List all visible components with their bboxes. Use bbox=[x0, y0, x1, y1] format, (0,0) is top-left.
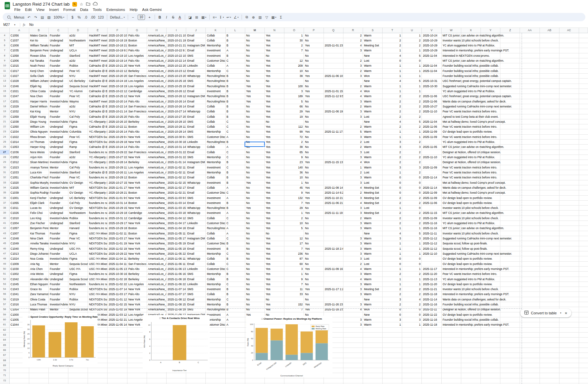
cell[interactable]: C1048 bbox=[9, 236, 29, 241]
cell[interactable] bbox=[579, 251, 588, 256]
cell[interactable]: NEXTGEN Sum bbox=[88, 302, 108, 307]
cell[interactable] bbox=[284, 297, 304, 302]
cell[interactable] bbox=[422, 368, 441, 373]
cell[interactable]: No bbox=[245, 134, 264, 139]
cell[interactable] bbox=[500, 332, 520, 337]
cell[interactable]: America/Los_Ar bbox=[147, 261, 166, 266]
cell[interactable]: 3 bbox=[343, 48, 363, 53]
cell[interactable]: C1054 bbox=[9, 307, 29, 312]
cell[interactable]: 2 bbox=[343, 216, 363, 221]
cell[interactable] bbox=[559, 297, 579, 302]
cell[interactable]: Undergrad bbox=[48, 195, 68, 200]
cell[interactable]: C1039 bbox=[9, 190, 29, 195]
chevron-down-icon[interactable]: ▾ bbox=[223, 16, 224, 18]
cell[interactable] bbox=[441, 338, 461, 343]
cell[interactable] bbox=[422, 114, 441, 119]
cell[interactable]: America/New_Y bbox=[147, 38, 166, 43]
cell[interactable]: Yes bbox=[264, 129, 284, 134]
cell[interactable]: Elijah Ng bbox=[29, 84, 48, 89]
cell[interactable] bbox=[225, 353, 245, 358]
cell[interactable]: America/New_Y bbox=[147, 190, 166, 195]
cell[interactable]: 3 bbox=[343, 282, 363, 287]
cell[interactable]: SMS bbox=[186, 287, 206, 292]
cell[interactable]: Yes bbox=[264, 277, 284, 282]
cell[interactable] bbox=[520, 221, 540, 226]
cell[interactable]: 2025-11-04 bbox=[422, 119, 441, 124]
column-header-B[interactable]: B bbox=[29, 28, 48, 33]
cell[interactable]: C1037 bbox=[9, 38, 29, 43]
cell[interactable]: 1 bbox=[383, 277, 402, 282]
cell[interactable] bbox=[461, 343, 480, 348]
cell[interactable]: 29 bbox=[284, 109, 304, 114]
cell[interactable]: C bbox=[225, 150, 245, 155]
cell[interactable]: WhatsApp bbox=[186, 145, 206, 150]
cell[interactable]: B bbox=[225, 256, 245, 261]
cell[interactable]: SMS bbox=[186, 79, 206, 84]
cell[interactable]: Berkeley bbox=[127, 160, 147, 165]
italic-button[interactable]: I bbox=[164, 14, 170, 20]
cell[interactable]: MIT CS junior; can advise on matching al… bbox=[441, 58, 461, 63]
column-header-W[interactable]: W bbox=[441, 28, 461, 33]
column-header-C[interactable]: C bbox=[48, 28, 68, 33]
cell[interactable] bbox=[520, 261, 540, 266]
cell[interactable] bbox=[579, 373, 588, 378]
row-header-29[interactable]: 29 bbox=[0, 160, 9, 165]
cell[interactable]: Founder bbox=[48, 33, 68, 38]
row-header-69[interactable]: 69 bbox=[0, 363, 9, 368]
cell[interactable]: Undergrad bbox=[48, 124, 68, 129]
cell[interactable]: Founder bbox=[48, 236, 68, 241]
cell[interactable] bbox=[441, 332, 461, 337]
cell[interactable] bbox=[520, 170, 540, 175]
cell[interactable]: 0 bbox=[383, 185, 402, 190]
cell[interactable]: Designer at Notion, offered UI critique … bbox=[441, 307, 461, 312]
cell[interactable]: 2025-10-24 14:4 bbox=[108, 145, 127, 150]
cell[interactable]: 2025-10-22 14:1 bbox=[167, 58, 186, 63]
cell[interactable] bbox=[540, 256, 559, 261]
cell[interactable]: 9 bbox=[284, 190, 304, 195]
font-size-input[interactable]: 10 bbox=[137, 14, 146, 20]
cell[interactable]: Figma bbox=[68, 124, 88, 129]
cell[interactable]: 60 bbox=[284, 261, 304, 266]
cell[interactable] bbox=[481, 358, 500, 363]
cell[interactable]: Investment bbox=[206, 287, 225, 292]
cell[interactable]: 2025-10-18 19:1 bbox=[108, 38, 127, 43]
cell[interactable] bbox=[481, 373, 500, 378]
row-header-10[interactable]: 10 bbox=[0, 63, 9, 68]
cell[interactable]: Kenji Fischer bbox=[29, 195, 48, 200]
cell[interactable] bbox=[441, 327, 461, 332]
cell[interactable]: Kai King bbox=[29, 109, 48, 114]
cell[interactable]: 1 bbox=[343, 165, 363, 170]
cell[interactable]: No bbox=[245, 282, 264, 287]
cell[interactable]: Sequoia scout; follow up post-finals. bbox=[441, 241, 461, 246]
cell[interactable]: Pear VC wants traction metrics before in… bbox=[441, 134, 461, 139]
cell[interactable]: 1 bbox=[284, 272, 304, 277]
cell[interactable] bbox=[579, 302, 588, 307]
cell[interactable]: Email bbox=[186, 84, 206, 89]
cell[interactable]: Warm bbox=[363, 109, 382, 114]
convert-dropdown-icon[interactable]: ▼ bbox=[560, 312, 562, 314]
cell[interactable]: 2025-11-02 15:2 bbox=[167, 180, 186, 185]
cell[interactable]: 1 bbox=[402, 251, 422, 256]
cell[interactable]: 2025-11-06 bbox=[422, 99, 441, 104]
cell[interactable]: LinkedIn bbox=[186, 63, 206, 68]
row-header-21[interactable]: 21 bbox=[0, 119, 9, 124]
cell[interactable]: 2025-11-02 21:1 bbox=[108, 317, 127, 322]
cell[interactable] bbox=[500, 246, 520, 251]
cell[interactable] bbox=[500, 68, 520, 73]
row-header-22[interactable]: 22 bbox=[0, 124, 9, 129]
cell[interactable]: Sequoia scout; follow up post-finals. bbox=[441, 246, 461, 251]
cell[interactable]: 132 bbox=[284, 195, 304, 200]
cell[interactable]: No bbox=[304, 134, 324, 139]
cell[interactable] bbox=[540, 134, 559, 139]
cell[interactable]: GV Design bbox=[68, 190, 88, 195]
cell[interactable]: Yes bbox=[304, 185, 324, 190]
cell[interactable] bbox=[540, 43, 559, 48]
cell[interactable]: 2025-11-11 17:1 bbox=[324, 129, 343, 134]
cell[interactable] bbox=[324, 33, 343, 38]
cell[interactable]: Customer Disco bbox=[206, 266, 225, 271]
cell[interactable] bbox=[343, 231, 363, 236]
cell[interactable] bbox=[540, 327, 559, 332]
cell[interactable]: Founder bbox=[48, 287, 68, 292]
cell[interactable]: 2 bbox=[383, 292, 402, 297]
cell[interactable]: Yes bbox=[264, 89, 284, 94]
